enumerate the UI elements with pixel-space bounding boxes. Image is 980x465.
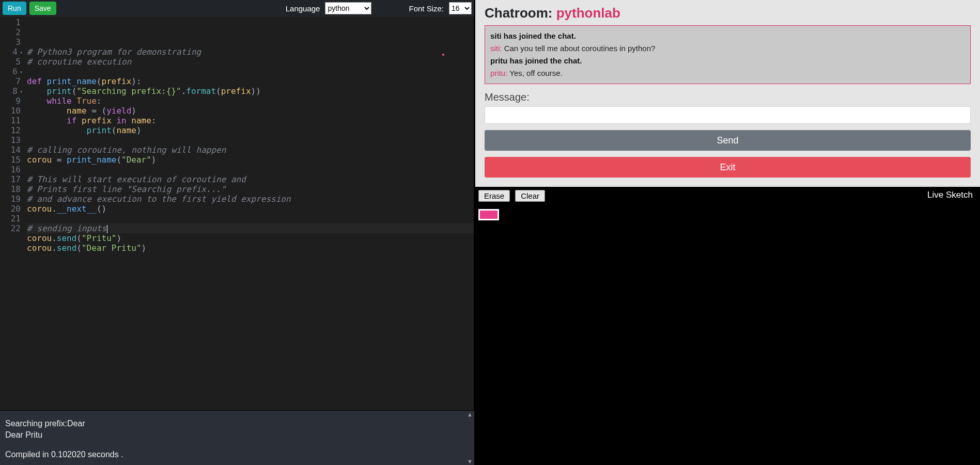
run-button[interactable]: Run (3, 2, 26, 15)
code-line[interactable]: if prefix in name: (27, 116, 474, 125)
right-panel: Chatroom: pythonlab siti has joined the … (474, 0, 980, 465)
chat-log: siti has joined the chat.siti: Can you t… (485, 25, 971, 84)
line-number: 8 (2, 86, 21, 96)
chat-user: pritu: (490, 69, 509, 77)
code-line[interactable] (27, 135, 474, 145)
code-line[interactable]: # Python3 program for demonstrating (27, 47, 474, 57)
line-number: 13 (2, 135, 21, 145)
line-number: 18 (2, 184, 21, 194)
chat-message: pritu: Yes, off course. (490, 67, 965, 79)
line-number: 20 (2, 204, 21, 214)
code-line[interactable]: name = (yield) (27, 106, 474, 116)
erase-button[interactable]: Erase (478, 190, 510, 202)
code-line[interactable]: def print_name(prefix): (27, 76, 474, 86)
chat-system-message: pritu has joined the chat. (490, 55, 965, 67)
code-line[interactable]: corou.__next__() (27, 204, 474, 214)
scroll-up-icon[interactable]: ▲ (467, 411, 473, 418)
code-line[interactable]: corou.send("Dear Pritu") (27, 243, 474, 253)
output-lines: Searching prefix:DearDear Pritu (5, 418, 469, 441)
sketch-title: Live Sketch (927, 190, 973, 200)
code-line[interactable]: # and advance execution to the first yie… (27, 194, 474, 204)
chat-title-prefix: Chatroom: (485, 5, 556, 21)
chat-user: siti: (490, 44, 504, 53)
editor-code-area[interactable]: # Python3 program for demonstrating# cor… (24, 17, 474, 410)
code-line[interactable]: # sending inputs (27, 223, 474, 233)
scroll-down-icon[interactable]: ▼ (467, 458, 473, 465)
message-input[interactable] (485, 106, 971, 124)
save-button[interactable]: Save (29, 2, 56, 15)
code-line[interactable]: corou = print_name("Dear") (27, 155, 474, 165)
output-line: Dear Pritu (5, 429, 469, 441)
line-number: 17 (2, 174, 21, 184)
sketch-toolbar: Erase Clear (478, 190, 977, 202)
clear-button[interactable]: Clear (515, 190, 545, 202)
output-compiled-status: Compiled in 0.102020 seconds . (5, 449, 469, 460)
chat-message: siti: Can you tell me about coroutines i… (490, 42, 965, 55)
exit-button[interactable]: Exit (485, 157, 971, 178)
chat-room-name: pythonlab (556, 5, 620, 21)
line-number: 14 (2, 145, 21, 155)
fontsize-select[interactable]: 16 (449, 2, 472, 14)
line-number: 3 (2, 37, 21, 47)
line-number: 19 (2, 194, 21, 204)
line-number: 7 (2, 76, 21, 86)
fontsize-label: Font Size: (409, 4, 444, 13)
message-label: Message: (485, 91, 971, 103)
send-button[interactable]: Send (485, 130, 971, 151)
output-line: Searching prefix:Dear (5, 418, 469, 429)
line-number: 2 (2, 27, 21, 37)
editor-gutter: 12345678910111213141516171819202122 (0, 17, 24, 410)
code-line[interactable]: print("Searching prefix:{}".format(prefi… (27, 86, 474, 96)
line-number: 16 (2, 165, 21, 174)
code-line[interactable] (27, 214, 474, 223)
line-number: 10 (2, 106, 21, 116)
line-number: 9 (2, 96, 21, 106)
code-line[interactable]: print(name) (27, 125, 474, 135)
line-number: 11 (2, 116, 21, 125)
chat-panel: Chatroom: pythonlab siti has joined the … (474, 0, 980, 187)
chat-text: Yes, off course. (509, 69, 563, 77)
line-number: 6 (2, 67, 21, 76)
editor-toolbar: Run Save Language python Font Size: 16 (0, 0, 474, 17)
line-number: 22 (2, 223, 21, 233)
sketch-panel[interactable]: Erase Clear Live Sketch (474, 187, 980, 465)
text-caret (107, 225, 107, 233)
chat-system-message: siti has joined the chat. (490, 30, 965, 42)
language-label: Language (286, 4, 320, 13)
code-line[interactable] (27, 67, 474, 76)
code-line[interactable]: # Prints first line "Searchig prefix..." (27, 184, 474, 194)
output-panel: Searching prefix:DearDear Pritu Compiled… (0, 410, 474, 465)
code-line[interactable]: # coroutine execution (27, 57, 474, 67)
line-number: 15 (2, 155, 21, 165)
chat-title: Chatroom: pythonlab (485, 5, 971, 21)
code-line[interactable]: # calling coroutine, nothing will happen (27, 145, 474, 155)
language-select[interactable]: python (325, 2, 371, 14)
code-line[interactable]: corou.send("Pritu") (27, 233, 474, 243)
color-swatch[interactable] (478, 209, 499, 220)
editor-panel: Run Save Language python Font Size: 16 1… (0, 0, 474, 465)
line-number: 1 (2, 18, 21, 27)
code-line[interactable] (27, 253, 474, 263)
line-number: 21 (2, 214, 21, 223)
chat-text: Can you tell me about coroutines in pyth… (504, 44, 656, 53)
line-number: 12 (2, 125, 21, 135)
code-line[interactable]: # This will start execution of coroutine… (27, 174, 474, 184)
editor-marker-dot (442, 54, 444, 56)
code-line[interactable]: while True: (27, 96, 474, 106)
code-editor[interactable]: 12345678910111213141516171819202122 # Py… (0, 17, 474, 410)
code-line[interactable] (27, 165, 474, 174)
line-number: 4 (2, 47, 21, 57)
output-scrollbar[interactable]: ▲ ▼ (465, 411, 474, 465)
line-number: 5 (2, 57, 21, 67)
